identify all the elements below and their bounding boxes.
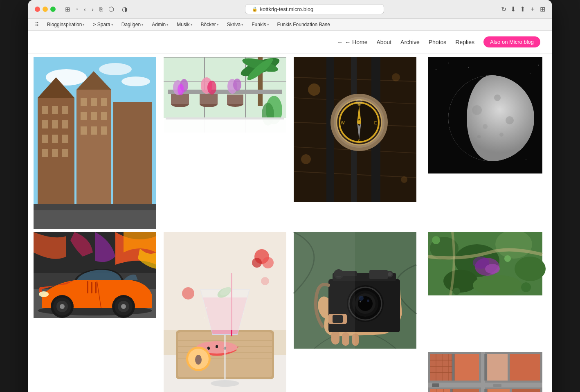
svg-rect-207 [95,282,97,293]
svg-rect-200 [493,384,501,387]
svg-point-128 [252,258,262,268]
close-button[interactable] [35,7,40,12]
svg-point-129 [182,287,194,300]
nav-about[interactable]: About [376,39,391,45]
bookmark-funkis[interactable]: Funkis ▾ [248,21,272,28]
svg-point-211 [60,304,65,309]
extensions-icon[interactable]: ⬡ [106,5,116,14]
photo-building[interactable] [31,57,158,229]
photo-camera[interactable]: PENTAX [292,232,418,349]
divider: ▾ [74,6,80,12]
svg-rect-157 [294,232,355,349]
apps-icon[interactable]: ⠿ [35,21,39,28]
svg-rect-187 [487,389,510,392]
svg-point-171 [453,288,460,295]
chevron-down-icon: ▾ [142,23,144,27]
photo-aerial-green[interactable] [422,232,549,295]
svg-rect-9 [42,106,48,114]
bookmark-admin[interactable]: Admin ▾ [148,21,172,28]
svg-point-170 [504,255,511,262]
forward-button[interactable]: › [90,5,96,14]
photo-grid: N S W E [28,54,552,392]
bookmark-musik[interactable]: Musik ▾ [173,21,196,28]
download-icon[interactable]: ⬇ [510,5,516,13]
svg-rect-31 [34,204,156,210]
address-bar-wrapper: 🔒 kottkrig-test.micro.blog [132,4,497,14]
privacy-icon: ◑ [122,5,128,13]
svg-rect-188 [512,389,540,392]
sidebar-toggle-icon[interactable]: ⊞ [63,5,72,14]
url-text: kottkrig-test.micro.blog [260,6,314,12]
photo-cocktail[interactable] [162,232,288,392]
nav-archive[interactable]: Archive [400,39,420,45]
bookmark-blogginspiration[interactable]: Blogginspiration ▾ [44,21,88,28]
svg-point-83 [308,83,320,96]
svg-rect-196 [450,389,453,392]
photo-compass[interactable]: N S W E [292,57,418,202]
bookmark-dagligen[interactable]: Dagligen ▾ [118,21,147,28]
minimize-button[interactable] [43,7,48,12]
photo-aerial-rooftops[interactable] [422,352,549,392]
svg-point-84 [392,73,400,81]
photo-greenhouse[interactable] [162,57,288,133]
svg-point-168 [432,236,440,244]
svg-rect-23 [101,98,107,106]
share-icon[interactable]: ⬆ [520,5,525,13]
svg-point-91 [530,73,531,74]
svg-point-90 [468,67,469,68]
browser-window: ⊞ ▾ ‹ › ⎘ ⬡ ◑ 🔒 kottkrig-test.micro.blog… [28,0,552,392]
page-content: ← Home About Archive Photos Replies Also… [28,31,552,392]
chevron-down-icon: ▾ [241,23,243,27]
svg-rect-186 [452,389,479,392]
svg-point-167 [485,264,500,274]
svg-rect-185 [430,389,450,392]
site-nav: ← Home About Archive Photos Replies Also… [28,31,552,54]
svg-rect-26 [101,112,107,120]
nav-photos[interactable]: Photos [429,39,447,45]
svg-point-55 [233,79,241,91]
svg-rect-176 [454,354,479,381]
svg-rect-197 [484,389,488,392]
svg-rect-22 [91,98,97,106]
svg-rect-21 [81,98,87,106]
title-bar-right: ↻ ⬇ ⬆ ＋ ⊞ [501,5,545,14]
bookmark-skriva[interactable]: Skriva ▾ [224,21,247,28]
nav-replies[interactable]: Replies [455,39,474,45]
photo-car[interactable] [31,232,158,318]
back-button[interactable]: ‹ [82,5,88,14]
svg-rect-59 [166,117,284,119]
svg-rect-15 [42,135,48,143]
svg-point-88 [436,69,436,70]
bookmark-spara[interactable]: > Spara ▾ [90,21,116,28]
svg-point-169 [521,282,531,292]
svg-point-164 [473,275,522,295]
nav-home[interactable]: ← Home [337,39,367,45]
bookmark-bocker[interactable]: Böcker ▾ [198,21,222,28]
svg-point-2 [99,63,132,75]
maximize-button[interactable] [50,7,56,12]
svg-rect-194 [452,354,455,381]
chevron-down-icon: ▾ [111,23,113,27]
svg-rect-25 [91,112,97,120]
chevron-down-icon: ▾ [267,23,269,27]
svg-point-163 [443,270,478,293]
bookmark-funkis-foundation[interactable]: Funkis Foundation Base [274,21,333,28]
new-tab-icon[interactable]: ＋ [529,5,536,14]
svg-point-96 [472,105,482,115]
svg-point-85 [301,154,311,164]
grid-view-icon[interactable]: ⊞ [540,5,545,13]
svg-rect-11 [62,106,68,114]
photo-moon[interactable] [422,57,549,173]
svg-rect-49 [200,94,218,104]
svg-rect-153 [369,270,388,279]
svg-rect-30 [34,208,156,229]
rss-icon[interactable]: ⎘ [97,5,105,14]
svg-point-216 [39,291,49,297]
svg-point-147 [367,300,369,302]
svg-point-98 [483,124,488,129]
svg-rect-53 [227,95,243,104]
address-bar[interactable]: 🔒 kottkrig-test.micro.blog [245,4,384,14]
reload-icon[interactable]: ↻ [501,5,506,13]
also-on-microblog-button[interactable]: Also on Micro.blog [483,36,540,47]
svg-rect-20 [62,149,68,157]
